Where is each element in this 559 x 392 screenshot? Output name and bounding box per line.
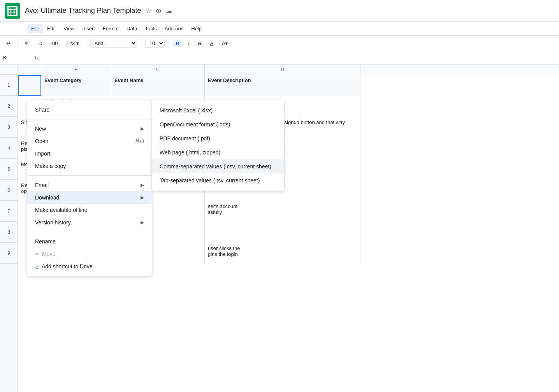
file-menu-open-label: Open: [35, 138, 48, 144]
download-csv[interactable]: Comma-separated values (.csv, current sh…: [152, 159, 284, 173]
open-shortcut: ⌘O: [135, 138, 144, 144]
cell-d9[interactable]: user clicks thegins the login: [205, 243, 360, 264]
strikethrough-button[interactable]: S: [195, 39, 205, 48]
new-arrow-icon: ▶: [141, 126, 144, 131]
row-num-header: [0, 65, 18, 75]
row-num-1: 1: [0, 75, 18, 96]
menu-edit[interactable]: Edit: [43, 24, 60, 33]
download-html[interactable]: Web page (.html, zipped): [152, 145, 284, 159]
download-ods-label: OpenDocument format (.ods): [160, 121, 230, 128]
file-menu-version-history[interactable]: Version history ▶: [27, 216, 152, 229]
version-history-arrow-icon: ▶: [141, 220, 144, 225]
drive-icon: △: [35, 264, 39, 269]
file-menu-move[interactable]: ⇨ Move: [27, 248, 152, 260]
row-num-7: 7: [0, 201, 18, 222]
format-dec1[interactable]: .0: [35, 39, 46, 48]
file-menu-add-shortcut[interactable]: △ Add shortcut to Drive: [27, 260, 152, 273]
cell-d7[interactable]: ser's accountssfully: [205, 201, 360, 222]
fill-color-button[interactable]: A▾: [219, 39, 231, 48]
title-icons: ☆ ⊕ ☁: [146, 7, 172, 15]
download-tsv[interactable]: Tab-separated values (.tsv, current shee…: [152, 173, 284, 187]
file-menu-offline[interactable]: Make available offline: [27, 204, 152, 216]
formula-content: [43, 56, 559, 60]
menu-view[interactable]: View: [60, 24, 78, 33]
menu-addons[interactable]: Add-ons: [161, 24, 187, 33]
file-menu-dropdown: Share New ▶ Open ⌘O Import Make a copy: [27, 100, 152, 276]
download-xlsx[interactable]: Microsoft Excel (.xlsx): [152, 103, 284, 117]
file-menu-download[interactable]: Download ▶: [27, 191, 152, 204]
col-header-b: B: [41, 65, 111, 75]
star-icon[interactable]: ☆: [146, 7, 152, 15]
row-numbers: 1 2 3 4 5 6 7 8 9: [0, 65, 18, 392]
download-tsv-label: Tab-separated values (.tsv, current shee…: [160, 177, 260, 184]
file-menu-open[interactable]: Open ⌘O: [27, 135, 152, 147]
divider-3: [27, 232, 152, 232]
file-menu-download-label: Download: [35, 194, 59, 201]
file-menu-rename-label: Rename: [35, 238, 56, 245]
row-num-2: 2: [0, 96, 18, 117]
file-menu-import[interactable]: Import: [27, 147, 152, 160]
row-num-4: 4: [0, 138, 18, 159]
table-row: Event Category Event Name Event Descript…: [18, 75, 559, 96]
drive-save-icon[interactable]: ⊕: [156, 7, 162, 15]
undo-button[interactable]: ↩: [3, 39, 14, 48]
row-num-6: 6: [0, 180, 18, 201]
file-menu-make-copy-label: Make a copy: [35, 163, 66, 169]
file-menu-import-label: Import: [35, 150, 51, 157]
download-submenu: Microsoft Excel (.xlsx) OpenDocument for…: [152, 100, 284, 191]
menu-file[interactable]: File: [27, 24, 43, 33]
menu-data[interactable]: Data: [123, 24, 141, 33]
file-menu-email[interactable]: Email ▶: [27, 179, 152, 191]
cell-a1[interactable]: [18, 75, 41, 96]
toolbar-sep-1: [18, 40, 18, 47]
file-menu-new[interactable]: New ▶: [27, 122, 152, 135]
cell-b1[interactable]: Event Category: [41, 75, 111, 96]
format-percent[interactable]: %: [22, 39, 33, 48]
formula-bar: K fx: [0, 51, 559, 65]
col-header-d: D: [205, 65, 360, 75]
file-menu-add-shortcut-label: Add shortcut to Drive: [42, 263, 93, 270]
format-dec2[interactable]: .00: [47, 39, 61, 48]
menu-format[interactable]: Format: [99, 24, 123, 33]
file-menu-offline-label: Make available offline: [35, 207, 87, 213]
cell-reference: K: [0, 53, 31, 62]
divider-2: [27, 175, 152, 176]
file-menu-email-label: Email: [35, 182, 49, 188]
font-selector[interactable]: Arial: [90, 39, 137, 48]
format-123[interactable]: 123 ▾: [63, 39, 82, 48]
file-menu-new-label: New: [35, 126, 46, 132]
app-icon: [5, 3, 20, 19]
menu-tools[interactable]: Tools: [141, 24, 160, 33]
bold-button[interactable]: B: [173, 40, 183, 47]
download-xlsx-label: Microsoft Excel (.xlsx): [160, 107, 213, 114]
row-num-3: 3: [0, 117, 18, 138]
row-num-8: 8: [0, 222, 18, 243]
move-icon: ⇨: [35, 251, 39, 257]
font-size-selector[interactable]: 10: [145, 39, 165, 48]
italic-button[interactable]: I: [185, 39, 193, 48]
doc-title: Avo: Ultimate Tracking Plan Template: [25, 7, 141, 15]
col-header-c: C: [111, 65, 205, 75]
cell-d1[interactable]: Event Description: [205, 75, 360, 96]
email-arrow-icon: ▶: [141, 182, 144, 188]
file-menu-make-copy[interactable]: Make a copy: [27, 160, 152, 172]
menu-insert[interactable]: Insert: [78, 24, 99, 33]
fx-label: fx: [31, 53, 43, 62]
download-arrow-icon: ▶: [141, 195, 144, 200]
download-ods[interactable]: OpenDocument format (.ods): [152, 117, 284, 131]
menu-help[interactable]: Help: [187, 24, 206, 33]
file-menu-share-label: Share: [35, 107, 49, 113]
underline-button[interactable]: A: [207, 39, 216, 48]
divider-1: [27, 119, 152, 119]
row-num-9: 9: [0, 243, 18, 264]
download-pdf[interactable]: PDF document (.pdf): [152, 131, 284, 145]
cell-d8[interactable]: [205, 222, 360, 243]
menu-bar: File Edit View Insert Format Data Tools …: [0, 22, 559, 36]
toolbar: ↩ % .0 .00 123 ▾ Arial 10 B I S A A▾: [0, 36, 559, 51]
file-menu-share[interactable]: Share: [27, 103, 152, 116]
download-pdf-label: PDF document (.pdf): [160, 135, 210, 142]
toolbar-sep-3: [141, 40, 141, 47]
cloud-icon[interactable]: ☁: [165, 7, 172, 15]
cell-c1[interactable]: Event Name: [111, 75, 205, 96]
file-menu-rename[interactable]: Rename: [27, 235, 152, 248]
